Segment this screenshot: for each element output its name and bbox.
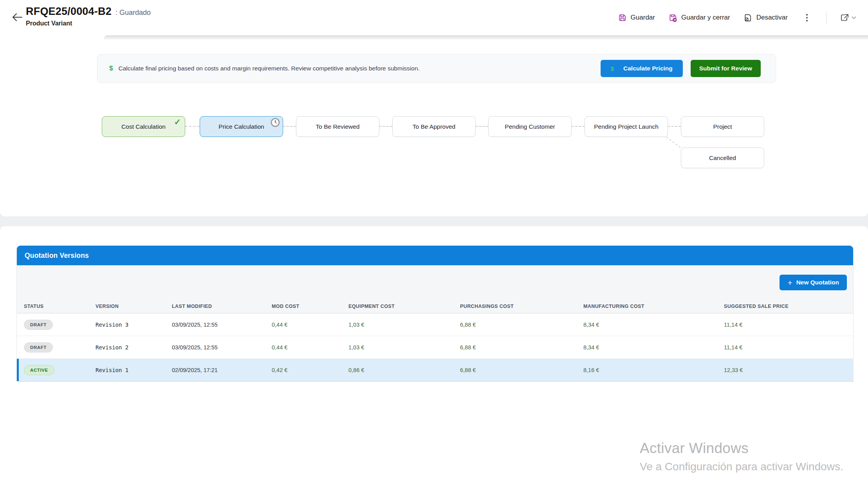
watermark-line2: Ve a Configuración para activar Windows. (640, 460, 843, 473)
step-label: To Be Reviewed (316, 123, 359, 130)
submit-for-review-button[interactable]: Submit for Review (691, 60, 761, 77)
plus-icon: + (787, 279, 792, 287)
mod-cost-cell: 0,44 € (272, 322, 348, 328)
step-label: Cancelled (709, 155, 736, 162)
suggested-sale-price-cell: 12,33 € (724, 367, 853, 373)
step-label: Price Calculation (218, 123, 264, 130)
table-row-active[interactable]: ACTIVE Revision 1 02/09/2025, 17:21 0,42… (17, 359, 853, 381)
step-label: Project (713, 123, 732, 130)
workflow-step-pending-customer[interactable]: Pending Customer (488, 116, 572, 137)
title-block: RFQE25/0004-B2 : Guardado Product Varian… (26, 5, 151, 27)
column-header-status[interactable]: STATUS (24, 304, 96, 309)
status-badge: DRAFT (24, 320, 53, 330)
save-label: Guardar (631, 14, 655, 22)
calculate-pricing-button[interactable]: $ Calculate Pricing (601, 60, 683, 77)
share-icon (840, 13, 850, 22)
last-modified-cell: 03/09/2025, 12:55 (172, 322, 272, 328)
workflow-connector (476, 126, 488, 127)
workflow-connector (668, 126, 681, 127)
suggested-sale-price-cell: 11,14 € (724, 344, 853, 351)
equipment-cost-cell: 1,03 € (348, 344, 460, 351)
column-header-suggested-sale-price[interactable]: SUGGESTED SALE PRICE (724, 304, 853, 309)
table-header-row: STATUS VERSION LAST MODIFIED MOD COST EQ… (17, 300, 853, 313)
workflow-connector (572, 126, 585, 127)
manufacturing-cost-cell: 8,34 € (583, 344, 724, 351)
table-row[interactable]: DRAFT Revision 2 03/09/2025, 12:55 0,44 … (17, 336, 853, 359)
step-label: Pending Customer (505, 123, 555, 130)
column-header-manufacturing-cost[interactable]: MANUFACTURING COST (583, 304, 724, 309)
last-modified-cell: 03/09/2025, 12:55 (172, 344, 272, 351)
page-header: RFQE25/0004-B2 : Guardado Product Varian… (0, 0, 868, 35)
new-quotation-label: New Quotation (796, 279, 839, 286)
more-options-button[interactable]: ⋮ (801, 13, 813, 23)
save-button[interactable]: Guardar (618, 13, 655, 22)
column-header-last-modified[interactable]: LAST MODIFIED (172, 304, 272, 309)
chevron-down-icon (852, 16, 856, 19)
step-label: To Be Approved (413, 123, 455, 130)
workflow-step-to-be-reviewed[interactable]: To Be Reviewed (296, 116, 379, 137)
save-and-close-icon (668, 13, 677, 22)
last-modified-cell: 02/09/2025, 17:21 (172, 367, 272, 373)
equipment-cost-cell: 1,03 € (348, 322, 460, 328)
workflow-step-pending-project-launch[interactable]: Pending Project Launch (585, 116, 668, 137)
calculate-pricing-label: Calculate Pricing (623, 65, 673, 72)
clock-icon (271, 118, 280, 127)
windows-activation-watermark: Activar Windows Ve a Configuración para … (640, 440, 843, 473)
workflow-connector (379, 126, 392, 127)
column-header-mod-cost[interactable]: MOD COST (272, 304, 348, 309)
check-icon: ✓ (174, 117, 181, 127)
status-badge: ACTIVE (24, 365, 54, 375)
step-label: Cost Calculation (121, 123, 166, 130)
purchasings-cost-cell: 6,88 € (460, 322, 583, 328)
banner-message: Calculate final pricing based on costs a… (118, 65, 419, 72)
workflow-statusbar: Cost Calculation ✓ Price Calculation To … (0, 110, 868, 176)
header-divider (826, 11, 826, 24)
watermark-line1: Activar Windows (640, 440, 843, 457)
top-section: RFQE25/0004-B2 : Guardado Product Varian… (0, 0, 868, 216)
workflow-step-cancelled[interactable]: Cancelled (681, 147, 764, 168)
save-icon (618, 13, 627, 22)
table-row[interactable]: DRAFT Revision 3 03/09/2025, 12:55 0,44 … (17, 313, 853, 336)
column-header-purchasings-cost[interactable]: PURCHASINGS COST (460, 304, 583, 309)
version-cell: Revision 2 (96, 344, 172, 351)
workflow-connector (283, 126, 296, 127)
equipment-cost-cell: 0,86 € (348, 367, 460, 373)
step-label: Pending Project Launch (594, 123, 659, 130)
header-actions: Guardar Guardar y cerrar Desactivar (618, 0, 856, 35)
back-button[interactable] (10, 10, 24, 24)
quotation-versions-panel: Quotation Versions + New Quotation STATU… (16, 245, 854, 382)
tab-strip-shadow (104, 35, 868, 40)
column-header-version[interactable]: VERSION (96, 304, 172, 309)
panel-toolbar: + New Quotation (17, 265, 853, 300)
workflow-step-price-calculation[interactable]: Price Calculation (200, 116, 283, 137)
manufacturing-cost-cell: 8,16 € (583, 367, 724, 373)
workflow-connector (185, 126, 200, 127)
share-button[interactable] (840, 13, 856, 22)
suggested-sale-price-cell: 11,14 € (724, 322, 853, 328)
panel-header: Quotation Versions (17, 246, 853, 265)
deactivate-icon (743, 13, 753, 22)
submit-for-review-label: Submit for Review (699, 65, 752, 72)
manufacturing-cost-cell: 8,34 € (583, 322, 724, 328)
save-and-close-button[interactable]: Guardar y cerrar (668, 13, 730, 22)
status-badge: DRAFT (24, 342, 53, 353)
dollar-icon: $ (109, 65, 113, 72)
save-and-close-label: Guardar y cerrar (681, 14, 730, 22)
workflow-step-to-be-approved[interactable]: To Be Approved (392, 116, 476, 137)
version-cell: Revision 3 (96, 322, 172, 328)
deactivate-label: Desactivar (756, 14, 788, 22)
mod-cost-cell: 0,44 € (272, 344, 348, 351)
purchasings-cost-cell: 6,88 € (460, 344, 583, 351)
page-subtitle: Product Variant (26, 20, 151, 27)
deactivate-button[interactable]: Desactivar (743, 13, 788, 22)
workflow-step-cost-calculation[interactable]: Cost Calculation ✓ (102, 116, 185, 137)
workflow-diagonal-connector (662, 133, 689, 153)
save-status: : Guardado (115, 9, 151, 17)
new-quotation-button[interactable]: + New Quotation (780, 275, 847, 290)
column-header-equipment-cost[interactable]: EQUIPMENT COST (348, 304, 460, 309)
pricing-info-banner: $ Calculate final pricing based on costs… (97, 54, 776, 83)
workflow-step-project[interactable]: Project (681, 116, 764, 137)
panel-title: Quotation Versions (25, 252, 89, 260)
dollar-icon: $ (611, 65, 614, 72)
version-cell: Revision 1 (96, 367, 172, 373)
